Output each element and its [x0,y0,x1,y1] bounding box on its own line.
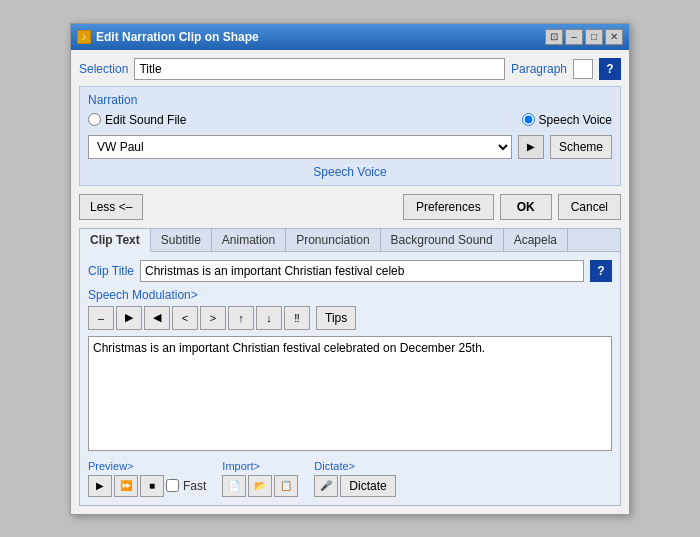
clip-title-input[interactable] [140,260,584,282]
speech-voice-radio[interactable] [522,113,535,126]
tab-subtitle[interactable]: Subtitle [151,229,212,251]
clip-title-label: Clip Title [88,264,134,278]
cancel-button[interactable]: Cancel [558,194,621,220]
edit-sound-radio[interactable] [88,113,101,126]
modulation-buttons: – ▶ ◀ < > ↑ ↓ ‼ Tips [88,306,612,330]
mod-btn-left[interactable]: < [172,306,198,330]
voice-select[interactable]: VW Paul [88,135,512,159]
minimize-button[interactable]: – [565,29,583,45]
help-button[interactable]: ? [599,58,621,80]
title-bar-left: ♪ Edit Narration Clip on Shape [77,30,259,44]
tab-acapela[interactable]: Acapela [504,229,568,251]
preview-forward-button[interactable]: ⏩ [114,475,138,497]
dictate-mic-button[interactable]: 🎤 [314,475,338,497]
window-title: Edit Narration Clip on Shape [96,30,259,44]
mod-btn-play[interactable]: ▶ [116,306,142,330]
preferences-button[interactable]: Preferences [403,194,494,220]
mod-btn-minus[interactable]: – [88,306,114,330]
mod-btn-back[interactable]: ◀ [144,306,170,330]
clip-title-row: Clip Title ? [88,260,612,282]
dictate-button[interactable]: Dictate [340,475,395,497]
close-button[interactable]: ✕ [605,29,623,45]
tab-clip-text[interactable]: Clip Text [80,229,151,252]
mod-btn-up[interactable]: ↑ [228,306,254,330]
import-group: Import> 📄 📂 📋 [222,460,298,497]
maximize-button[interactable]: □ [585,29,603,45]
restore-button[interactable]: ⊡ [545,29,563,45]
speech-voice-link[interactable]: Speech Voice [313,165,386,179]
preview-group: Preview> ▶ ⏩ ■ Fast [88,460,206,497]
import-folder-button[interactable]: 📂 [248,475,272,497]
preview-label[interactable]: Preview> [88,460,134,472]
dictate-group: Dictate> 🎤 Dictate [314,460,395,497]
fast-checkbox[interactable] [166,479,179,492]
title-buttons: ⊡ – □ ✕ [545,29,623,45]
dictate-label[interactable]: Dictate> [314,460,355,472]
tab-content-clip-text: Clip Title ? Speech Modulation> – ▶ ◀ < … [80,252,620,505]
tab-animation[interactable]: Animation [212,229,286,251]
mod-btn-down[interactable]: ↓ [256,306,282,330]
clip-textarea[interactable]: Christmas is an important Christian fest… [88,336,612,451]
edit-sound-label: Edit Sound File [105,113,186,127]
paragraph-label: Paragraph [511,62,567,76]
speech-voice-group: Speech Voice [522,113,612,127]
title-bar: ♪ Edit Narration Clip on Shape ⊡ – □ ✕ [71,24,629,50]
preview-play-button[interactable]: ▶ [88,475,112,497]
dictate-buttons: 🎤 Dictate [314,475,395,497]
less-button[interactable]: Less <– [79,194,143,220]
speech-modulation-label[interactable]: Speech Modulation> [88,288,612,302]
selection-label: Selection [79,62,128,76]
radio-row: Edit Sound File Speech Voice [88,113,612,127]
ok-button[interactable]: OK [500,194,552,220]
preview-buttons: ▶ ⏩ ■ Fast [88,475,206,497]
selection-input[interactable] [134,58,505,80]
import-buttons: 📄 📂 📋 [222,475,298,497]
import-paste-button[interactable]: 📋 [274,475,298,497]
narration-section: Narration Edit Sound File Speech Voice V… [79,86,621,186]
import-file-button[interactable]: 📄 [222,475,246,497]
preview-stop-button[interactable]: ■ [140,475,164,497]
paragraph-box [573,59,593,79]
main-window: ♪ Edit Narration Clip on Shape ⊡ – □ ✕ S… [70,23,630,515]
bottom-controls: Preview> ▶ ⏩ ■ Fast Import> 📄 [88,460,612,497]
selection-row: Selection Paragraph ? [79,58,621,80]
play-button[interactable]: ▶ [518,135,544,159]
narration-title: Narration [88,93,612,107]
edit-sound-file-group: Edit Sound File [88,113,186,127]
app-icon: ♪ [77,30,91,44]
clip-title-help-button[interactable]: ? [590,260,612,282]
mod-btn-double-exclaim[interactable]: ‼ [284,306,310,330]
voice-row: VW Paul ▶ Scheme [88,135,612,159]
tips-button[interactable]: Tips [316,306,356,330]
buttons-row: Less <– Preferences OK Cancel [79,194,621,220]
speech-voice-radio-label: Speech Voice [539,113,612,127]
tabs-row: Clip Text Subtitle Animation Pronunciati… [80,229,620,252]
tab-background-sound[interactable]: Background Sound [381,229,504,251]
tabs-container: Clip Text Subtitle Animation Pronunciati… [79,228,621,506]
tab-pronunciation[interactable]: Pronunciation [286,229,380,251]
mod-btn-right[interactable]: > [200,306,226,330]
fast-label: Fast [183,479,206,493]
window-content: Selection Paragraph ? Narration Edit Sou… [71,50,629,514]
import-label[interactable]: Import> [222,460,260,472]
scheme-button[interactable]: Scheme [550,135,612,159]
